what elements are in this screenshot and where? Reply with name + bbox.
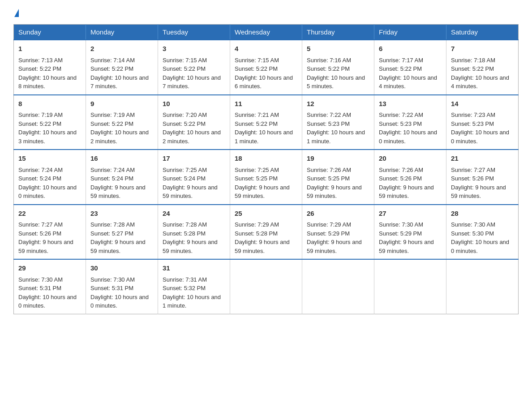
day-info: Sunrise: 7:24 AMSunset: 5:24 PMDaylight:…	[18, 167, 77, 200]
day-info: Sunrise: 7:29 AMSunset: 5:28 PMDaylight:…	[235, 221, 290, 254]
day-info: Sunrise: 7:16 AMSunset: 5:22 PMDaylight:…	[307, 57, 365, 90]
weekday-header-saturday: Saturday	[446, 25, 519, 40]
calendar-day-cell: 23 Sunrise: 7:28 AMSunset: 5:27 PMDaylig…	[86, 205, 158, 260]
page-header	[13, 9, 519, 17]
day-info: Sunrise: 7:14 AMSunset: 5:22 PMDaylight:…	[90, 57, 149, 90]
day-info: Sunrise: 7:30 AMSunset: 5:31 PMDaylight:…	[18, 276, 77, 309]
day-info: Sunrise: 7:21 AMSunset: 5:22 PMDaylight:…	[235, 111, 293, 145]
weekday-header-row: SundayMondayTuesdayWednesdayThursdayFrid…	[14, 25, 519, 40]
day-number: 27	[379, 209, 442, 219]
day-info: Sunrise: 7:17 AMSunset: 5:22 PMDaylight:…	[379, 57, 437, 90]
day-number: 28	[451, 209, 514, 219]
day-number: 22	[18, 209, 81, 219]
day-number: 30	[90, 263, 153, 274]
calendar-day-cell	[374, 259, 446, 314]
day-number: 21	[451, 154, 514, 164]
day-number: 6	[379, 44, 442, 54]
day-info: Sunrise: 7:23 AMSunset: 5:23 PMDaylight:…	[451, 111, 509, 145]
calendar-day-cell	[446, 259, 519, 314]
calendar-day-cell: 17 Sunrise: 7:25 AMSunset: 5:24 PMDaylig…	[158, 150, 230, 205]
day-info: Sunrise: 7:27 AMSunset: 5:26 PMDaylight:…	[18, 221, 73, 254]
day-number: 17	[163, 154, 225, 164]
day-info: Sunrise: 7:15 AMSunset: 5:22 PMDaylight:…	[235, 57, 293, 90]
day-number: 3	[163, 44, 225, 54]
day-info: Sunrise: 7:24 AMSunset: 5:24 PMDaylight:…	[90, 167, 146, 200]
day-info: Sunrise: 7:27 AMSunset: 5:26 PMDaylight:…	[451, 167, 506, 200]
day-info: Sunrise: 7:25 AMSunset: 5:25 PMDaylight:…	[235, 167, 290, 200]
day-number: 13	[379, 99, 442, 109]
calendar-day-cell: 1 Sunrise: 7:13 AMSunset: 5:22 PMDayligh…	[14, 40, 86, 95]
day-info: Sunrise: 7:19 AMSunset: 5:22 PMDaylight:…	[90, 111, 149, 145]
calendar-day-cell: 13 Sunrise: 7:22 AMSunset: 5:23 PMDaylig…	[374, 95, 446, 150]
calendar-day-cell: 11 Sunrise: 7:21 AMSunset: 5:22 PMDaylig…	[230, 95, 302, 150]
day-number: 20	[379, 154, 442, 164]
day-number: 29	[18, 263, 81, 274]
day-info: Sunrise: 7:18 AMSunset: 5:22 PMDaylight:…	[451, 57, 509, 90]
calendar-day-cell: 4 Sunrise: 7:15 AMSunset: 5:22 PMDayligh…	[230, 40, 302, 95]
calendar-week-row: 8 Sunrise: 7:19 AMSunset: 5:22 PMDayligh…	[14, 95, 519, 150]
calendar-day-cell: 29 Sunrise: 7:30 AMSunset: 5:31 PMDaylig…	[14, 259, 86, 314]
calendar-day-cell: 25 Sunrise: 7:29 AMSunset: 5:28 PMDaylig…	[230, 205, 302, 260]
day-number: 26	[307, 209, 369, 219]
day-info: Sunrise: 7:30 AMSunset: 5:31 PMDaylight:…	[90, 276, 149, 309]
day-number: 8	[18, 99, 81, 109]
calendar-day-cell: 16 Sunrise: 7:24 AMSunset: 5:24 PMDaylig…	[86, 150, 158, 205]
calendar-week-row: 1 Sunrise: 7:13 AMSunset: 5:22 PMDayligh…	[14, 40, 519, 95]
calendar-day-cell: 5 Sunrise: 7:16 AMSunset: 5:22 PMDayligh…	[302, 40, 374, 95]
day-info: Sunrise: 7:22 AMSunset: 5:23 PMDaylight:…	[379, 111, 437, 145]
calendar-day-cell: 10 Sunrise: 7:20 AMSunset: 5:22 PMDaylig…	[158, 95, 230, 150]
day-number: 14	[451, 99, 514, 109]
day-number: 18	[235, 154, 297, 164]
day-info: Sunrise: 7:28 AMSunset: 5:28 PMDaylight:…	[163, 221, 218, 254]
day-number: 10	[163, 99, 225, 109]
calendar-day-cell: 22 Sunrise: 7:27 AMSunset: 5:26 PMDaylig…	[14, 205, 86, 260]
calendar-day-cell: 28 Sunrise: 7:30 AMSunset: 5:30 PMDaylig…	[446, 205, 519, 260]
calendar-week-row: 15 Sunrise: 7:24 AMSunset: 5:24 PMDaylig…	[14, 150, 519, 205]
day-info: Sunrise: 7:26 AMSunset: 5:26 PMDaylight:…	[379, 167, 434, 200]
calendar-day-cell	[302, 259, 374, 314]
day-info: Sunrise: 7:19 AMSunset: 5:22 PMDaylight:…	[18, 111, 77, 145]
day-number: 31	[163, 263, 225, 274]
calendar-day-cell: 21 Sunrise: 7:27 AMSunset: 5:26 PMDaylig…	[446, 150, 519, 205]
calendar-table: SundayMondayTuesdayWednesdayThursdayFrid…	[13, 24, 519, 314]
calendar-day-cell: 2 Sunrise: 7:14 AMSunset: 5:22 PMDayligh…	[86, 40, 158, 95]
weekday-header-friday: Friday	[374, 25, 446, 40]
day-number: 11	[235, 99, 297, 109]
day-number: 23	[90, 209, 153, 219]
day-number: 19	[307, 154, 369, 164]
day-number: 24	[163, 209, 225, 219]
day-info: Sunrise: 7:30 AMSunset: 5:30 PMDaylight:…	[451, 221, 509, 254]
day-number: 4	[235, 44, 297, 54]
weekday-header-sunday: Sunday	[14, 25, 86, 40]
day-info: Sunrise: 7:20 AMSunset: 5:22 PMDaylight:…	[163, 111, 221, 145]
day-info: Sunrise: 7:31 AMSunset: 5:32 PMDaylight:…	[163, 276, 221, 309]
calendar-day-cell: 3 Sunrise: 7:15 AMSunset: 5:22 PMDayligh…	[158, 40, 230, 95]
calendar-day-cell: 7 Sunrise: 7:18 AMSunset: 5:22 PMDayligh…	[446, 40, 519, 95]
day-number: 12	[307, 99, 369, 109]
day-number: 1	[18, 44, 81, 54]
day-number: 15	[18, 154, 81, 164]
calendar-day-cell: 27 Sunrise: 7:30 AMSunset: 5:29 PMDaylig…	[374, 205, 446, 260]
calendar-day-cell: 14 Sunrise: 7:23 AMSunset: 5:23 PMDaylig…	[446, 95, 519, 150]
weekday-header-wednesday: Wednesday	[230, 25, 302, 40]
calendar-day-cell: 18 Sunrise: 7:25 AMSunset: 5:25 PMDaylig…	[230, 150, 302, 205]
day-info: Sunrise: 7:30 AMSunset: 5:29 PMDaylight:…	[379, 221, 434, 254]
day-info: Sunrise: 7:22 AMSunset: 5:23 PMDaylight:…	[307, 111, 365, 145]
calendar-day-cell: 6 Sunrise: 7:17 AMSunset: 5:22 PMDayligh…	[374, 40, 446, 95]
calendar-day-cell: 24 Sunrise: 7:28 AMSunset: 5:28 PMDaylig…	[158, 205, 230, 260]
day-info: Sunrise: 7:26 AMSunset: 5:25 PMDaylight:…	[307, 167, 362, 200]
day-number: 9	[90, 99, 153, 109]
calendar-day-cell: 31 Sunrise: 7:31 AMSunset: 5:32 PMDaylig…	[158, 259, 230, 314]
calendar-day-cell: 8 Sunrise: 7:19 AMSunset: 5:22 PMDayligh…	[14, 95, 86, 150]
calendar-day-cell: 9 Sunrise: 7:19 AMSunset: 5:22 PMDayligh…	[86, 95, 158, 150]
weekday-header-monday: Monday	[86, 25, 158, 40]
day-number: 16	[90, 154, 153, 164]
day-info: Sunrise: 7:13 AMSunset: 5:22 PMDaylight:…	[18, 57, 77, 90]
calendar-week-row: 22 Sunrise: 7:27 AMSunset: 5:26 PMDaylig…	[14, 205, 519, 260]
calendar-day-cell: 26 Sunrise: 7:29 AMSunset: 5:29 PMDaylig…	[302, 205, 374, 260]
weekday-header-thursday: Thursday	[302, 25, 374, 40]
day-info: Sunrise: 7:29 AMSunset: 5:29 PMDaylight:…	[307, 221, 362, 254]
calendar-week-row: 29 Sunrise: 7:30 AMSunset: 5:31 PMDaylig…	[14, 259, 519, 314]
day-number: 7	[451, 44, 514, 54]
weekday-header-tuesday: Tuesday	[158, 25, 230, 40]
